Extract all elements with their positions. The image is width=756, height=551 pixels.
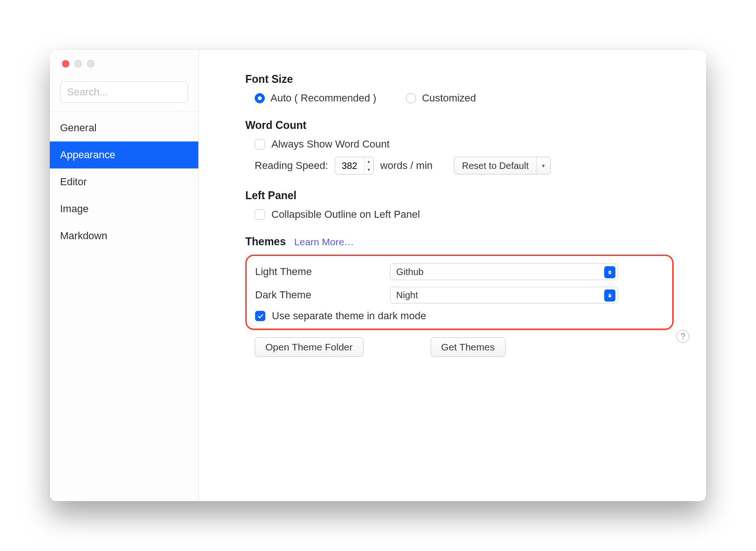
sidebar-item-appearance[interactable]: Appearance xyxy=(50,141,198,168)
reading-speed-input[interactable] xyxy=(335,161,364,171)
collapsible-outline-label: Collapsible Outline on Left Panel xyxy=(271,208,420,221)
theme-buttons-row: Open Theme Folder Get Themes xyxy=(245,337,674,357)
sidebar-item-general[interactable]: General xyxy=(50,114,198,141)
section-left-panel: Left Panel Collapsible Outline on Left P… xyxy=(245,189,674,221)
light-theme-row: Light Theme Github xyxy=(255,263,664,280)
checkbox-unchecked-icon xyxy=(255,139,265,149)
search-wrap xyxy=(50,73,198,112)
dark-theme-row: Dark Theme Night xyxy=(255,287,664,303)
sidebar-item-editor[interactable]: Editor xyxy=(50,168,198,195)
sidebar: General Appearance Editor Image Markdown xyxy=(50,50,199,501)
learn-more-link[interactable]: Learn More… xyxy=(294,236,354,248)
word-count-title: Word Count xyxy=(245,119,674,132)
minimize-window-button[interactable] xyxy=(74,60,82,67)
always-show-word-count-label: Always Show Word Count xyxy=(271,138,390,150)
help-icon[interactable]: ? xyxy=(676,330,689,343)
collapsible-outline-option[interactable]: Collapsible Outline on Left Panel xyxy=(245,208,674,221)
checkbox-checked-icon xyxy=(255,311,265,321)
get-themes-button[interactable]: Get Themes xyxy=(431,337,506,357)
close-window-button[interactable] xyxy=(62,60,69,67)
reading-speed-units: words / min xyxy=(380,160,432,172)
left-panel-title: Left Panel xyxy=(245,189,674,202)
window-controls xyxy=(50,50,198,73)
radio-selected-icon xyxy=(255,93,265,103)
reading-speed-label: Reading Speed: xyxy=(255,160,328,172)
section-word-count: Word Count Always Show Word Count Readin… xyxy=(245,119,674,175)
stepper-buttons: ▲ ▼ xyxy=(364,157,373,174)
content-panel: Font Size Auto ( Recommended ) Customize… xyxy=(199,50,706,501)
section-themes: Themes Learn More… Light Theme Github Da… xyxy=(245,235,674,357)
sidebar-item-markdown[interactable]: Markdown xyxy=(50,222,198,249)
themes-header: Themes Learn More… xyxy=(245,235,674,248)
separate-theme-label: Use separate theme in dark mode xyxy=(272,310,426,322)
checkbox-unchecked-icon xyxy=(255,209,265,220)
dark-theme-label: Dark Theme xyxy=(255,289,390,301)
reset-to-default-button[interactable]: Reset to Default ▼ xyxy=(454,157,550,175)
light-theme-value: Github xyxy=(396,267,424,277)
font-size-customized-label: Customized xyxy=(422,92,476,104)
font-size-title: Font Size xyxy=(245,73,674,86)
maximize-window-button[interactable] xyxy=(87,60,94,67)
font-size-radio-group: Auto ( Recommended ) Customized xyxy=(245,92,674,104)
sidebar-item-image[interactable]: Image xyxy=(50,195,198,222)
always-show-word-count-option[interactable]: Always Show Word Count xyxy=(245,138,674,150)
dark-theme-select[interactable]: Night xyxy=(390,287,618,303)
light-theme-select[interactable]: Github xyxy=(390,263,618,280)
dropdown-caret-icon[interactable]: ▼ xyxy=(536,157,550,174)
section-font-size: Font Size Auto ( Recommended ) Customize… xyxy=(245,73,674,104)
dark-theme-value: Night xyxy=(396,290,418,301)
stepper-down-icon[interactable]: ▼ xyxy=(364,166,373,175)
sidebar-nav: General Appearance Editor Image Markdown xyxy=(50,112,198,249)
font-size-auto-label: Auto ( Recommended ) xyxy=(270,92,376,104)
search-input[interactable] xyxy=(60,81,188,103)
reading-speed-stepper[interactable]: ▲ ▼ xyxy=(335,157,374,175)
select-caret-icon xyxy=(604,289,615,302)
reset-label: Reset to Default xyxy=(454,157,536,174)
radio-unselected-icon xyxy=(406,93,416,103)
light-theme-label: Light Theme xyxy=(255,266,390,278)
select-caret-icon xyxy=(604,266,615,278)
open-theme-folder-button[interactable]: Open Theme Folder xyxy=(255,337,364,357)
stepper-up-icon[interactable]: ▲ xyxy=(364,157,373,166)
font-size-auto-option[interactable]: Auto ( Recommended ) xyxy=(255,92,376,104)
preferences-window: General Appearance Editor Image Markdown… xyxy=(50,50,706,501)
themes-title: Themes xyxy=(245,235,286,248)
reading-speed-row: Reading Speed: ▲ ▼ words / min Reset to … xyxy=(245,157,674,175)
highlight-annotation: Light Theme Github Dark Theme Night xyxy=(245,255,674,330)
font-size-customized-option[interactable]: Customized xyxy=(406,92,476,104)
separate-theme-option[interactable]: Use separate theme in dark mode xyxy=(255,310,664,322)
